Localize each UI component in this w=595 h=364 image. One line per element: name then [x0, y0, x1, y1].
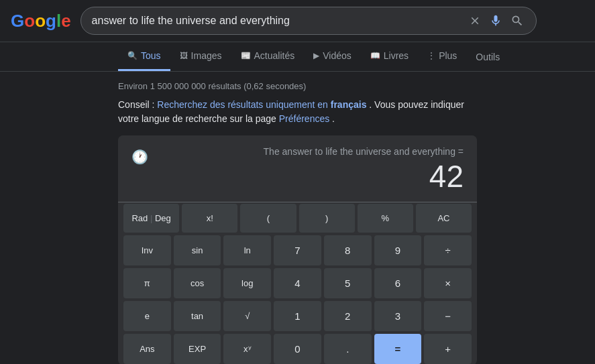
calc-display: 🕐 The answer to life the universe and ev… — [118, 135, 477, 202]
btn-0[interactable]: 0 — [274, 334, 321, 364]
clear-button[interactable] — [468, 13, 482, 28]
calc-display-content: The answer to life the universe and ever… — [155, 146, 464, 194]
nav-actualites[interactable]: 📰 Actualités — [231, 42, 305, 71]
btn-inv[interactable]: Inv — [123, 235, 171, 265]
preferences-link[interactable]: Préférences — [279, 113, 329, 124]
calc-row-5: Ans EXP xʸ 0 . = + — [118, 332, 477, 364]
search-bar[interactable] — [80, 7, 537, 35]
btn-tan[interactable]: tan — [174, 301, 221, 331]
search-button[interactable] — [509, 13, 525, 29]
btn-e[interactable]: e — [123, 301, 171, 331]
calc-row-1: Rad | Deg x! ( ) % AC — [118, 202, 477, 234]
btn-plus[interactable]: + — [424, 334, 472, 364]
btn-minus[interactable]: − — [424, 301, 472, 331]
btn-ans[interactable]: Ans — [123, 334, 171, 364]
btn-1[interactable]: 1 — [274, 301, 321, 331]
btn-cos[interactable]: cos — [174, 268, 221, 298]
btn-9[interactable]: 9 — [374, 235, 422, 265]
nav-videos[interactable]: ▶ Vidéos — [304, 42, 361, 71]
btn-5[interactable]: 5 — [324, 268, 372, 298]
actualites-nav-icon: 📰 — [241, 51, 251, 60]
header: Google — [0, 0, 595, 42]
btn-xpow[interactable]: xʸ — [223, 334, 271, 364]
search-nav-icon: 🔍 — [127, 51, 138, 60]
calc-row-2: Inv sin ln 7 8 9 ÷ — [118, 234, 477, 267]
french-search-link[interactable]: Recherchez des résultats uniquement en f… — [157, 99, 369, 110]
voice-search-button[interactable] — [488, 13, 504, 29]
main-content: Environ 1 500 000 000 résultats (0,62 se… — [0, 72, 595, 364]
btn-percent[interactable]: % — [358, 204, 413, 233]
livres-nav-icon: 📖 — [370, 51, 380, 60]
nav-images[interactable]: 🖼 Images — [170, 42, 231, 71]
btn-log[interactable]: log — [223, 268, 271, 298]
btn-ln[interactable]: ln — [223, 235, 271, 265]
btn-4[interactable]: 4 — [274, 268, 321, 298]
btn-dot[interactable]: . — [324, 334, 372, 364]
nav-plus[interactable]: ⋮ Plus — [418, 42, 466, 71]
calc-row-3: π cos log 4 5 6 × — [118, 267, 477, 300]
images-nav-icon: 🖼 — [180, 51, 188, 60]
btn-2[interactable]: 2 — [324, 301, 372, 331]
btn-3[interactable]: 3 — [374, 301, 422, 331]
btn-ac[interactable]: AC — [416, 204, 472, 233]
calc-result: 42 — [155, 160, 464, 194]
history-icon[interactable]: 🕐 — [131, 149, 148, 165]
btn-xfact[interactable]: x! — [182, 204, 237, 233]
btn-divide[interactable]: ÷ — [424, 235, 472, 265]
results-count: Environ 1 500 000 000 résultats (0,62 se… — [118, 81, 477, 91]
btn-equals[interactable]: = — [374, 334, 422, 364]
more-nav-icon: ⋮ — [427, 51, 435, 60]
btn-multiply[interactable]: × — [424, 268, 472, 298]
videos-nav-icon: ▶ — [313, 51, 319, 60]
nav-livres[interactable]: 📖 Livres — [361, 42, 418, 71]
navbar: 🔍 Tous 🖼 Images 📰 Actualités ▶ Vidéos 📖 … — [0, 42, 595, 72]
btn-rparen[interactable]: ) — [299, 204, 355, 233]
btn-8[interactable]: 8 — [324, 235, 372, 265]
btn-sqrt[interactable]: √ — [223, 301, 271, 331]
btn-rad[interactable]: Rad | Deg — [123, 204, 179, 233]
btn-pi[interactable]: π — [123, 268, 171, 298]
btn-lparen[interactable]: ( — [240, 204, 296, 233]
calc-row-4: e tan √ 1 2 3 − — [118, 300, 477, 332]
calculator-widget: 🕐 The answer to life the universe and ev… — [118, 135, 477, 364]
btn-7[interactable]: 7 — [274, 235, 321, 265]
nav-tous[interactable]: 🔍 Tous — [118, 42, 170, 71]
btn-exp[interactable]: EXP — [174, 334, 221, 364]
google-logo: Google — [11, 11, 71, 32]
conseil-text: Conseil : Recherchez des résultats uniqu… — [118, 98, 477, 126]
btn-sin[interactable]: sin — [174, 235, 221, 265]
btn-6[interactable]: 6 — [374, 268, 422, 298]
tools-button[interactable]: Outils — [466, 44, 509, 70]
search-input[interactable] — [92, 15, 462, 27]
calc-expression: The answer to life the universe and ever… — [155, 146, 464, 157]
